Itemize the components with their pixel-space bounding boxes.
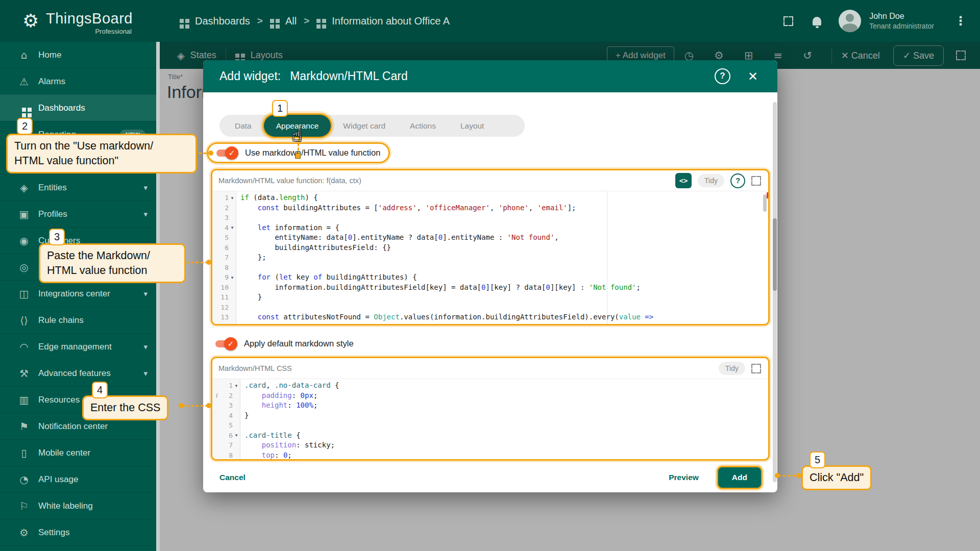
chevron-down-icon: ▾ xyxy=(143,342,148,352)
breadcrumb-item-all[interactable]: All xyxy=(270,15,297,27)
tab-actions[interactable]: Actions xyxy=(398,115,448,137)
dialog-footer: Cancel Preview Add xyxy=(203,462,777,492)
fold-arrow-icon[interactable]: ▾ xyxy=(233,383,240,388)
chevron-down-icon: ▾ xyxy=(143,210,148,219)
code-content: if (data.length) { const buildingAttribu… xyxy=(236,191,768,324)
sidebar-item-label: Rule chains xyxy=(38,315,84,325)
code-area[interactable]: 1▾234▾56789▾10111213 if (data.length) { … xyxy=(212,191,768,324)
code-area[interactable]: 1▾i23456▾78 .card, .no-data-card { paddi… xyxy=(212,379,768,459)
sidebar-item-white-labeling[interactable]: ⚐White labeling xyxy=(0,492,160,519)
mobile-icon: ▯ xyxy=(17,447,31,459)
gutter-line: 5 xyxy=(212,233,236,243)
sidebar-item-edge-management[interactable]: ◠Edge management▾ xyxy=(0,333,160,360)
connector-5-dot xyxy=(796,473,801,478)
close-icon[interactable]: ✕ xyxy=(748,69,758,84)
tidy-button[interactable]: Tidy xyxy=(719,362,745,375)
notifications-bell-icon[interactable] xyxy=(813,17,821,26)
sidebar-item-label: Advanced features xyxy=(38,368,111,379)
code-line: if (data.length) { xyxy=(240,193,768,203)
edge-icon: ◠ xyxy=(17,341,31,353)
connector-2-dot xyxy=(208,151,213,156)
gutter-line: 6 xyxy=(212,243,236,253)
gutter-line: 8 xyxy=(212,263,236,273)
sidebar-item-security[interactable]: ▩Security▾ xyxy=(0,545,160,551)
sidebar-scrollbar[interactable] xyxy=(156,42,160,551)
add-button[interactable]: Add xyxy=(718,467,761,488)
sidebar-item-profiles[interactable]: ▣Profiles▾ xyxy=(0,201,160,227)
gutter-line: i2 xyxy=(212,391,240,401)
gutter-line: 13 xyxy=(212,312,236,322)
code-line: .card-title { xyxy=(244,431,768,441)
chevron-down-icon: ▾ xyxy=(143,289,148,298)
sidebar-item-label: Alarms xyxy=(38,77,65,87)
sidebar-item-label: White labeling xyxy=(38,501,93,511)
connector-3-dot xyxy=(206,260,211,265)
more-menu-icon[interactable]: ⋮ xyxy=(954,14,967,28)
fold-arrow-icon[interactable]: ▾ xyxy=(229,225,236,230)
dialog-scrollbar[interactable] xyxy=(773,102,777,482)
avatar[interactable] xyxy=(839,10,861,32)
gutter-line: 7 xyxy=(212,253,236,263)
sidebar-item-dashboards[interactable]: Dashboards xyxy=(0,94,160,121)
editor-help-icon[interactable]: ? xyxy=(730,173,745,188)
editor-gutter: 1▾234▾56789▾10111213 xyxy=(212,191,236,324)
code-line: const buildingAttributes = ['address', '… xyxy=(240,203,768,213)
gutter-line: 4 xyxy=(212,411,240,421)
breadcrumb-label: Information about Office A xyxy=(332,15,450,27)
sidebar-item-alarms[interactable]: ⚠Alarms xyxy=(0,68,160,94)
markdown-function-editor[interactable]: Markdown/HTML value function: f(data, ct… xyxy=(212,170,768,324)
code-line: buildingAttributesField: {} xyxy=(240,243,768,253)
fold-arrow-icon[interactable]: ▾ xyxy=(233,433,240,438)
help-icon[interactable]: ? xyxy=(715,68,730,84)
users-icon: ◎ xyxy=(17,261,31,273)
sidebar-item-settings[interactable]: ⚙Settings xyxy=(0,519,160,545)
sidebar-item-home[interactable]: ⌂Home xyxy=(0,42,160,68)
code-line: let information = { xyxy=(240,223,768,233)
sidebar-item-label: Notification center xyxy=(38,421,108,432)
tidy-button[interactable]: Tidy xyxy=(698,174,724,187)
sidebar-item-integrations-center[interactable]: ◫Integrations center▾ xyxy=(0,280,160,307)
sidebar-item-advanced-features[interactable]: ⚒Advanced features▾ xyxy=(0,360,160,386)
sidebar-item-rule-chains[interactable]: ⟨⟩Rule chains xyxy=(0,307,160,333)
callout-5: Click "Add" xyxy=(801,465,872,490)
gutter-line: 4▾ xyxy=(212,223,236,233)
tab-layout[interactable]: Layout xyxy=(448,115,497,137)
markdown-css-editor[interactable]: Markdown/HTML CSS Tidy 1▾i23456▾78 .card… xyxy=(212,358,768,459)
fold-arrow-icon[interactable]: ▾ xyxy=(229,195,236,201)
code-line: entityName: data[0].entityName ? data[0]… xyxy=(240,233,768,243)
gutter-line: 1▾ xyxy=(212,193,236,203)
code-line: top: 0; xyxy=(244,450,768,460)
user-role: Tenant administrator xyxy=(869,21,934,31)
preview-button[interactable]: Preview xyxy=(669,473,699,482)
tab-data[interactable]: Data xyxy=(223,115,264,137)
code-line xyxy=(240,263,768,273)
breadcrumb-item-dashboards[interactable]: Dashboards xyxy=(180,15,250,27)
fullscreen-icon[interactable] xyxy=(783,16,793,26)
editor-fullscreen-icon[interactable] xyxy=(751,364,761,373)
entities-icon: ◈ xyxy=(17,182,31,194)
user-name: John Doe xyxy=(869,11,934,21)
breadcrumb-label: All xyxy=(285,15,297,27)
cancel-button[interactable]: Cancel xyxy=(219,473,246,482)
sidebar-item-entities[interactable]: ◈Entities▾ xyxy=(0,174,160,201)
hand-cursor-icon: ☝ xyxy=(292,126,302,145)
editor-fullscreen-icon[interactable] xyxy=(751,176,761,186)
connector-4-dot xyxy=(206,403,211,408)
fold-arrow-icon[interactable]: ▾ xyxy=(229,275,236,280)
sidebar-item-label: Entities xyxy=(38,183,67,193)
sidebar-item-api-usage[interactable]: ◔API usage xyxy=(0,466,160,492)
editor-title: Markdown/HTML CSS xyxy=(218,364,292,372)
editor-scrollbar[interactable] xyxy=(763,194,767,212)
gutter-line: 5 xyxy=(212,420,240,431)
apply-default-style-toggle[interactable]: ✓ Apply default markdown style xyxy=(215,335,354,353)
tab-widget-card[interactable]: Widget card xyxy=(331,115,398,137)
notification-icon: ⚑ xyxy=(17,420,31,433)
user-info[interactable]: John Doe Tenant administrator xyxy=(869,11,934,31)
sidebar-item-mobile-center[interactable]: ▯Mobile center xyxy=(0,439,160,466)
dashboard-grid-icon xyxy=(316,19,321,23)
sidebar-item-label: API usage xyxy=(38,474,78,485)
resources-icon: ▥ xyxy=(17,394,31,406)
insert-code-icon[interactable]: <> xyxy=(675,173,692,188)
connector-4-dot xyxy=(179,403,184,408)
breadcrumb-item-information-about-office-a[interactable]: Information about Office A xyxy=(316,15,450,27)
